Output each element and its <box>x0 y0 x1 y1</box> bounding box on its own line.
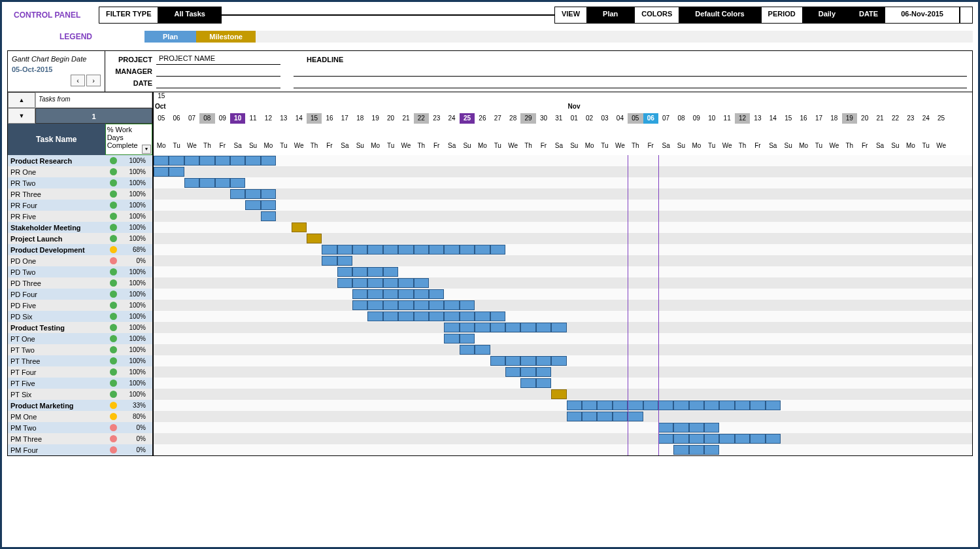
day-cell[interactable]: 23 <box>429 113 444 124</box>
plan-bar[interactable] <box>505 367 520 377</box>
plan-bar[interactable] <box>643 400 658 410</box>
plan-bar[interactable] <box>383 245 398 255</box>
day-cell[interactable]: 16 <box>796 113 811 124</box>
scroll-down-button[interactable]: ▼ <box>8 108 35 124</box>
task-row[interactable]: Product Testing100% <box>8 322 152 333</box>
plan-bar[interactable] <box>337 267 352 277</box>
plan-bar[interactable] <box>704 434 719 444</box>
plan-bar[interactable] <box>383 289 398 299</box>
plan-bar[interactable] <box>322 256 337 266</box>
day-cell[interactable]: 15 <box>781 113 796 124</box>
day-cell[interactable]: 16 <box>322 113 337 124</box>
task-row[interactable]: PR Four100% <box>8 200 152 211</box>
day-cell[interactable]: 29 <box>520 113 535 124</box>
day-cell[interactable]: 05 <box>628 113 643 124</box>
day-cell[interactable]: 09 <box>215 113 230 124</box>
plan-bar[interactable] <box>367 300 382 310</box>
day-cell[interactable]: 02 <box>582 113 597 124</box>
plan-bar[interactable] <box>184 156 199 166</box>
date-control[interactable]: DATE 06-Nov-2015 <box>852 7 960 24</box>
task-row[interactable]: Project Launch100% <box>8 233 152 244</box>
day-cell[interactable]: 06 <box>643 113 658 124</box>
plan-bar[interactable] <box>551 356 566 366</box>
day-cell[interactable]: 05 <box>154 113 169 124</box>
plan-bar[interactable] <box>536 356 551 366</box>
plan-bar[interactable] <box>658 423 673 433</box>
task-row[interactable]: PM Four0% <box>8 444 152 455</box>
day-cell[interactable]: 26 <box>475 113 490 124</box>
day-cell[interactable]: 28 <box>505 113 520 124</box>
task-row[interactable]: PT Two100% <box>8 344 152 355</box>
plan-bar[interactable] <box>520 378 535 388</box>
project-value[interactable]: PROJECT NAME <box>156 54 280 65</box>
day-cell[interactable]: 25 <box>460 113 475 124</box>
day-cell[interactable]: 04 <box>613 113 628 124</box>
plan-bar[interactable] <box>383 267 398 277</box>
plan-bar[interactable] <box>367 289 382 299</box>
plan-bar[interactable] <box>613 400 628 410</box>
plan-bar[interactable] <box>261 211 276 221</box>
plan-bar[interactable] <box>337 278 352 288</box>
task-row[interactable]: PM Two0% <box>8 422 152 433</box>
task-row[interactable]: PR Two100% <box>8 177 152 188</box>
task-row[interactable]: PM One80% <box>8 411 152 422</box>
day-cell[interactable]: 14 <box>292 113 307 124</box>
task-row[interactable]: Product Research100% <box>8 155 152 166</box>
plan-bar[interactable] <box>597 412 612 421</box>
plan-bar[interactable] <box>460 311 475 321</box>
plan-bar[interactable] <box>414 300 429 310</box>
day-cell[interactable]: 24 <box>919 113 934 124</box>
plan-bar[interactable] <box>154 167 169 177</box>
plan-bar[interactable] <box>429 289 444 299</box>
plan-bar[interactable] <box>536 378 551 388</box>
plan-bar[interactable] <box>673 400 688 410</box>
day-cell[interactable]: 07 <box>184 113 199 124</box>
plan-bar[interactable] <box>261 156 276 166</box>
plan-bar[interactable] <box>414 289 429 299</box>
plan-bar[interactable] <box>750 400 765 410</box>
day-cell[interactable]: 15 <box>307 113 322 124</box>
day-cell[interactable]: 22 <box>888 113 903 124</box>
plan-bar[interactable] <box>367 245 382 255</box>
next-button[interactable]: › <box>86 75 101 86</box>
day-cell[interactable]: 17 <box>337 113 352 124</box>
plan-bar[interactable] <box>154 156 169 166</box>
task-row[interactable]: Product Development68% <box>8 244 152 255</box>
plan-bar[interactable] <box>429 311 444 321</box>
plan-bar[interactable] <box>536 323 551 332</box>
plan-bar[interactable] <box>337 256 352 266</box>
day-cell[interactable]: 18 <box>826 113 841 124</box>
task-row[interactable]: PT Six100% <box>8 389 152 400</box>
plan-bar[interactable] <box>475 323 490 332</box>
plan-bar[interactable] <box>689 400 704 410</box>
task-row[interactable]: PD Three100% <box>8 277 152 289</box>
plan-bar[interactable] <box>444 334 459 344</box>
plan-bar[interactable] <box>245 156 260 166</box>
milestone-bar[interactable] <box>307 234 322 243</box>
plan-bar[interactable] <box>352 289 367 299</box>
plan-bar[interactable] <box>352 300 367 310</box>
plan-bar[interactable] <box>398 289 413 299</box>
scroll-up-button[interactable]: ▲ <box>8 92 35 108</box>
plan-bar[interactable] <box>567 400 582 410</box>
day-cell[interactable]: 31 <box>551 113 566 124</box>
task-row[interactable]: PT Three100% <box>8 355 152 366</box>
plan-bar[interactable] <box>766 400 781 410</box>
plan-bar[interactable] <box>628 412 643 421</box>
task-row[interactable]: PT Five100% <box>8 378 152 389</box>
plan-bar[interactable] <box>444 245 459 255</box>
manager-value[interactable] <box>156 66 280 77</box>
day-cell[interactable]: 11 <box>719 113 734 124</box>
day-cell[interactable]: 23 <box>903 113 918 124</box>
day-cell[interactable]: 19 <box>842 113 857 124</box>
plan-bar[interactable] <box>673 434 688 444</box>
plan-bar[interactable] <box>505 356 520 366</box>
plan-bar[interactable] <box>199 156 214 166</box>
headline-value[interactable] <box>294 66 967 77</box>
plan-bar[interactable] <box>398 278 413 288</box>
plan-bar[interactable] <box>490 323 505 332</box>
plan-bar[interactable] <box>169 167 184 177</box>
plan-bar[interactable] <box>490 356 505 366</box>
plan-bar[interactable] <box>582 400 597 410</box>
task-row[interactable]: PD One0% <box>8 255 152 266</box>
